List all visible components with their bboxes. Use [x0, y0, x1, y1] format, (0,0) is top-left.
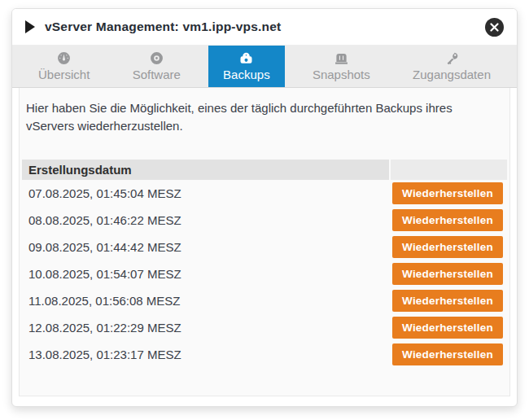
- disc-icon: [148, 50, 165, 67]
- table-row: 12.08.2025, 01:22:29 MESZ Wiederherstell…: [22, 314, 507, 341]
- close-button[interactable]: [485, 18, 504, 37]
- restore-button[interactable]: Wiederherstellen: [392, 343, 503, 365]
- restore-button[interactable]: Wiederherstellen: [392, 263, 503, 285]
- table-row: 07.08.2025, 01:45:04 MESZ Wiederherstell…: [22, 180, 507, 207]
- backups-description: Hier haben Sie die Möglichkeit, eines de…: [26, 99, 503, 135]
- table-row: 13.08.2025, 01:23:17 MESZ Wiederherstell…: [22, 341, 507, 368]
- gauge-icon: [55, 50, 72, 67]
- backup-date: 07.08.2025, 01:45:04 MESZ: [22, 186, 391, 200]
- restore-button[interactable]: Wiederherstellen: [392, 290, 503, 312]
- tab-zugangsdaten[interactable]: Zugangsdaten: [398, 46, 505, 87]
- tab-snapshots[interactable]: Snapshots: [298, 46, 385, 87]
- table-header-actions: [391, 160, 507, 180]
- restore-button[interactable]: Wiederherstellen: [392, 317, 503, 339]
- tab-label: Übersicht: [38, 68, 90, 81]
- tab-label: Backups: [223, 68, 270, 81]
- table-row: 08.08.2025, 01:46:22 MESZ Wiederherstell…: [22, 207, 507, 234]
- dialog-title: vServer Management: vm1.ipp-vps.net: [45, 20, 485, 34]
- vserver-management-dialog: vServer Management: vm1.ipp-vps.net Über…: [11, 8, 518, 407]
- restore-button[interactable]: Wiederherstellen: [392, 209, 503, 231]
- backup-date: 10.08.2025, 01:54:07 MESZ: [22, 267, 391, 281]
- tab-backups[interactable]: Backups: [208, 46, 285, 87]
- play-icon: [25, 20, 35, 33]
- backup-drive-icon: [238, 50, 255, 67]
- backups-tab-panel: Hier haben Sie die Möglichkeit, eines de…: [19, 88, 510, 396]
- dialog-header: vServer Management: vm1.ipp-vps.net: [12, 9, 517, 46]
- backup-date: 09.08.2025, 01:44:42 MESZ: [22, 240, 391, 254]
- restore-button[interactable]: Wiederherstellen: [392, 182, 503, 204]
- restore-button[interactable]: Wiederherstellen: [392, 236, 503, 258]
- table-row: 09.08.2025, 01:44:42 MESZ Wiederherstell…: [22, 234, 507, 260]
- backup-date: 11.08.2025, 01:56:08 MESZ: [22, 294, 391, 308]
- table-header-date: Erstellungsdatum: [22, 160, 389, 180]
- tab-label: Software: [133, 68, 181, 81]
- archive-icon: [333, 50, 350, 67]
- tab-uebersicht[interactable]: Übersicht: [24, 46, 104, 87]
- table-header-row: Erstellungsdatum: [22, 160, 507, 180]
- backup-date: 08.08.2025, 01:46:22 MESZ: [22, 213, 391, 227]
- table-row: 11.08.2025, 01:56:08 MESZ Wiederherstell…: [22, 287, 507, 314]
- table-row: 10.08.2025, 01:54:07 MESZ Wiederherstell…: [22, 260, 507, 287]
- backups-table: Erstellungsdatum 07.08.2025, 01:45:04 ME…: [22, 160, 507, 368]
- key-icon: [444, 50, 461, 67]
- backup-date: 12.08.2025, 01:22:29 MESZ: [22, 321, 391, 335]
- tab-bar: Übersicht Software Backups Snapshots Zug…: [12, 46, 517, 88]
- close-icon: [490, 23, 499, 32]
- tab-label: Snapshots: [313, 68, 370, 81]
- tab-software[interactable]: Software: [118, 46, 195, 87]
- backup-date: 13.08.2025, 01:23:17 MESZ: [22, 348, 391, 361]
- tab-label: Zugangsdaten: [413, 68, 491, 81]
